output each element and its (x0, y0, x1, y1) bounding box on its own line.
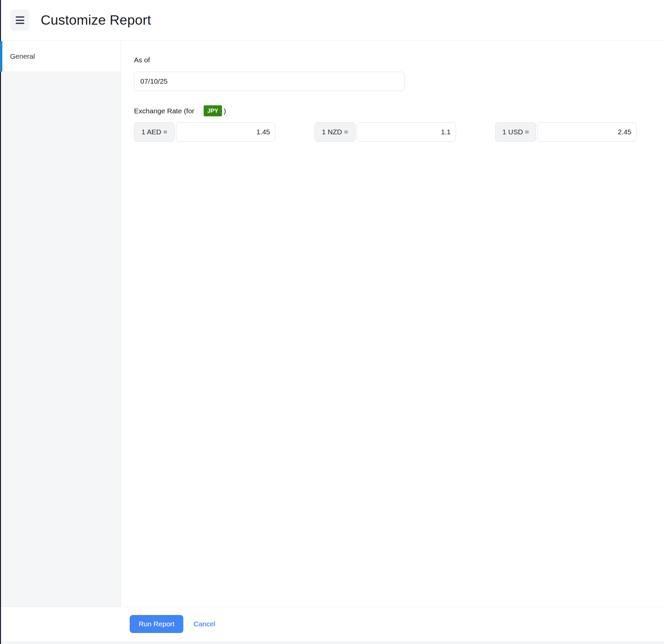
page-title: Customize Report (41, 12, 151, 28)
rate-input-usd[interactable] (537, 122, 637, 142)
exchange-rate-label: Exchange Rate (for JPY ) (134, 105, 664, 116)
exchange-rate-group-usd: 1 USD = (495, 122, 637, 142)
rate-input-aed[interactable] (176, 122, 275, 142)
menu-button[interactable] (11, 10, 29, 31)
as-of-label: As of (134, 56, 664, 64)
exchange-rate-label-suffix: ) (224, 107, 226, 115)
sidebar: General (0, 41, 121, 607)
hamburger-icon (16, 16, 24, 24)
currency-badge: JPY (204, 105, 222, 116)
left-edge-divider (0, 0, 1, 644)
header: Customize Report (0, 0, 664, 41)
exchange-rate-group-nzd: 1 NZD = (315, 122, 456, 142)
exchange-rate-group-aed: 1 AED = (134, 122, 275, 142)
main-content: As of Exchange Rate (for JPY ) 1 AED = 1… (121, 41, 664, 607)
rate-prefix-nzd: 1 NZD = (315, 122, 355, 142)
exchange-rate-label-text: Exchange Rate (for (134, 107, 194, 115)
customize-report-page: Customize Report General As of Exchange … (0, 0, 664, 644)
rate-input-nzd[interactable] (357, 122, 456, 142)
rate-prefix-usd: 1 USD = (495, 122, 536, 142)
sidebar-item-label: General (10, 52, 35, 60)
cancel-link[interactable]: Cancel (193, 620, 215, 628)
run-report-button[interactable]: Run Report (130, 615, 183, 633)
sidebar-item-general[interactable]: General (0, 41, 121, 72)
active-tab-indicator (0, 41, 2, 72)
page-background-strip (0, 641, 664, 644)
as-of-date-input[interactable] (134, 72, 404, 91)
exchange-rates-row: 1 AED = 1 NZD = 1 USD = (134, 122, 664, 142)
rate-prefix-aed: 1 AED = (134, 122, 175, 142)
footer: Run Report Cancel (0, 607, 664, 641)
